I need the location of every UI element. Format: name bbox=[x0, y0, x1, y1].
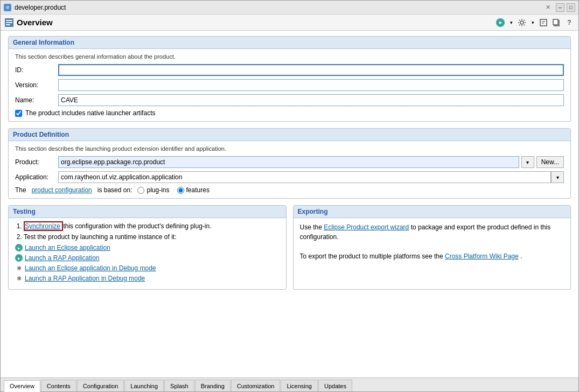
window-controls: ─ □ bbox=[556, 3, 575, 12]
testing-body: Synchronize this configuration with the … bbox=[9, 218, 286, 289]
svg-rect-7 bbox=[553, 19, 558, 25]
exporting-section: Exporting Use the Eclipse Product export… bbox=[293, 205, 571, 290]
overview-page-icon bbox=[4, 17, 15, 28]
launch-rap-item: Launch a RAP Application bbox=[15, 254, 280, 262]
product-definition-title: Product Definition bbox=[9, 129, 570, 141]
launch-rap-debug-link[interactable]: Launch a RAP Application in Debug mode bbox=[25, 275, 145, 282]
testing-steps: Synchronize this configuration with the … bbox=[24, 222, 280, 241]
tab-configuration[interactable]: Configuration bbox=[77, 380, 124, 391]
main-content: General Information This section describ… bbox=[1, 31, 578, 377]
title-bar: d developer.product ✕ ─ □ bbox=[1, 1, 578, 15]
synchronize-link[interactable]: Synchronize bbox=[25, 222, 60, 230]
id-label: ID: bbox=[15, 66, 58, 74]
copy-button[interactable] bbox=[550, 17, 562, 29]
tabs-bar: Overview Contents Configuration Launchin… bbox=[1, 377, 578, 391]
exporting-title: Exporting bbox=[294, 206, 571, 218]
testing-step-1: Synchronize this configuration with the … bbox=[24, 222, 280, 230]
features-option: features bbox=[177, 186, 210, 194]
launch-rap-link[interactable]: Launch a RAP Application bbox=[25, 254, 100, 262]
native-launcher-label: The product includes native launcher art… bbox=[25, 109, 155, 117]
export-wizard-link[interactable]: Eclipse Product export wizard bbox=[324, 223, 409, 231]
exporting-text-pre: Use the bbox=[300, 223, 322, 231]
run-icon bbox=[496, 18, 505, 27]
tab-splash[interactable]: Splash bbox=[164, 380, 194, 391]
name-label: Name: bbox=[15, 96, 58, 104]
product-definition-desc: This section describes the launching pro… bbox=[15, 145, 564, 152]
sync-highlight: Synchronize bbox=[24, 221, 63, 231]
application-label: Application: bbox=[15, 173, 58, 181]
application-input[interactable] bbox=[58, 171, 551, 183]
file-icon: d bbox=[4, 4, 11, 11]
sync-text: this configuration with the product's de… bbox=[63, 222, 211, 230]
application-input-wrap: ▾ bbox=[58, 171, 564, 183]
product-definition-section: Product Definition This section describe… bbox=[8, 128, 571, 199]
radio-group: plug-ins features bbox=[137, 186, 209, 194]
tab-updates[interactable]: Updates bbox=[318, 380, 352, 391]
product-configuration-link[interactable]: product configuration bbox=[32, 186, 92, 194]
close-icon[interactable]: ✕ bbox=[543, 4, 553, 11]
svg-rect-3 bbox=[6, 24, 10, 25]
product-row: Product: ▾ New... bbox=[15, 156, 564, 168]
run-dropdown-button[interactable]: ▾ bbox=[507, 17, 515, 29]
exporting-body: Use the Eclipse Product export wizard to… bbox=[294, 218, 571, 265]
exporting-text-3-pre: To export the product to multiple platfo… bbox=[300, 253, 443, 260]
testing-section: Testing Synchronize this configuration w… bbox=[8, 205, 287, 290]
launch-rap-icon bbox=[15, 254, 23, 262]
id-row: ID: bbox=[15, 64, 564, 76]
plugins-radio[interactable] bbox=[137, 187, 144, 194]
svg-point-4 bbox=[520, 21, 524, 24]
tab-overview[interactable]: Overview bbox=[4, 380, 40, 392]
config-row: The product configuration is based on: p… bbox=[15, 186, 564, 194]
cross-platform-link[interactable]: Cross Platform Wiki Page bbox=[445, 253, 519, 260]
version-input[interactable] bbox=[58, 79, 564, 91]
product-input-wrap: ▾ New... bbox=[58, 156, 564, 168]
help-button[interactable]: ? bbox=[563, 17, 575, 29]
testing-step-2: Test the product by launching a runtime … bbox=[24, 233, 280, 241]
version-label: Version: bbox=[15, 81, 58, 89]
checkbox-row: The product includes native launcher art… bbox=[15, 109, 564, 117]
product-input[interactable] bbox=[58, 156, 519, 168]
minimize-button[interactable]: ─ bbox=[556, 3, 564, 12]
new-product-button[interactable]: New... bbox=[536, 156, 564, 168]
tab-licensing[interactable]: Licensing bbox=[281, 380, 317, 391]
debug-eclipse-icon: ✱ bbox=[15, 264, 23, 272]
launch-eclipse-debug-item: ✱ Launch an Eclipse application in Debug… bbox=[15, 264, 280, 272]
settings-button[interactable] bbox=[516, 17, 528, 29]
native-launcher-checkbox[interactable] bbox=[15, 110, 22, 117]
name-input[interactable] bbox=[58, 94, 564, 106]
debug-rap-icon: ✱ bbox=[15, 275, 23, 282]
launch-eclipse-icon bbox=[15, 244, 23, 251]
exporting-text-4: . bbox=[520, 253, 522, 260]
maximize-button[interactable]: □ bbox=[567, 3, 575, 12]
settings-dropdown-button[interactable]: ▾ bbox=[529, 17, 536, 29]
toolbar: Overview ▾ ▾ ? bbox=[1, 15, 578, 31]
launch-eclipse-link[interactable]: Launch an Eclipse application bbox=[25, 244, 110, 251]
config-text-post: is based on: bbox=[97, 186, 132, 194]
config-text-pre: The bbox=[15, 186, 26, 194]
run-button[interactable] bbox=[494, 17, 506, 29]
general-information-body: This section describes general informati… bbox=[9, 49, 570, 121]
application-dropdown-button[interactable]: ▾ bbox=[551, 171, 564, 183]
general-information-section: General Information This section describ… bbox=[8, 36, 571, 122]
page-title: Overview bbox=[17, 18, 492, 27]
product-dropdown-button[interactable]: ▾ bbox=[521, 156, 534, 168]
plugins-option: plug-ins bbox=[137, 186, 169, 194]
tab-launching[interactable]: Launching bbox=[124, 380, 164, 391]
tab-branding[interactable]: Branding bbox=[195, 380, 231, 391]
launch-rap-debug-item: ✱ Launch a RAP Application in Debug mode bbox=[15, 275, 280, 282]
plugins-label: plug-ins bbox=[147, 186, 169, 194]
export-button[interactable] bbox=[538, 17, 549, 29]
general-information-desc: This section describes general informati… bbox=[15, 53, 564, 60]
features-radio[interactable] bbox=[177, 187, 184, 194]
application-row: Application: ▾ bbox=[15, 171, 564, 183]
toolbar-actions: ▾ ▾ ? bbox=[494, 17, 575, 29]
id-input[interactable] bbox=[58, 64, 564, 76]
tab-contents[interactable]: Contents bbox=[41, 380, 76, 391]
svg-rect-5 bbox=[540, 19, 547, 26]
bottom-sections: Testing Synchronize this configuration w… bbox=[8, 205, 571, 290]
exporting-text-3: To export the product to multiple platfo… bbox=[300, 251, 564, 261]
version-row: Version: bbox=[15, 79, 564, 91]
general-information-title: General Information bbox=[9, 37, 570, 49]
launch-eclipse-debug-link[interactable]: Launch an Eclipse application in Debug m… bbox=[25, 264, 156, 272]
tab-customization[interactable]: Customization bbox=[231, 380, 281, 391]
